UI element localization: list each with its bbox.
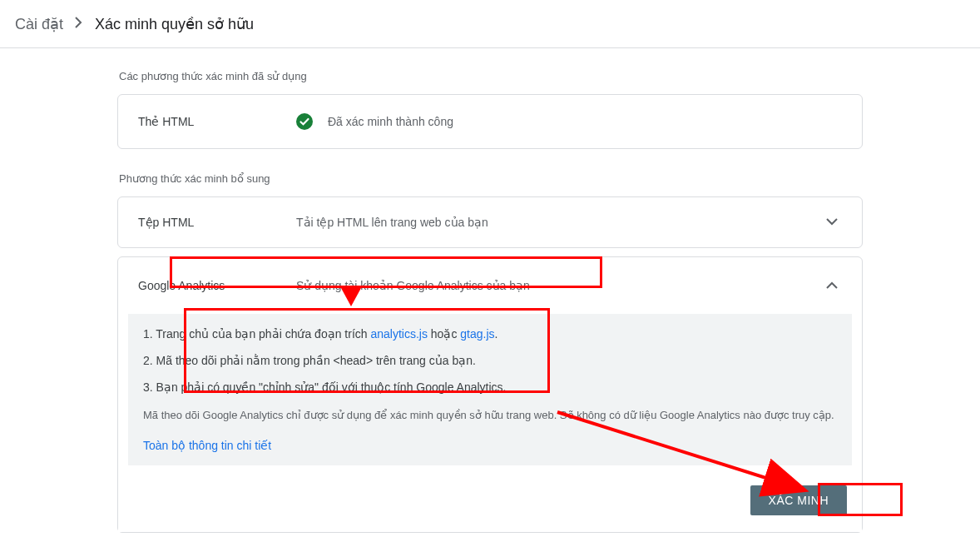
html-tag-name: Thẻ HTML [138,115,296,128]
chevron-up-icon[interactable] [822,276,842,296]
check-circle-icon [296,113,313,130]
ga-step-2: 2. Mã theo dõi phải nằm trong phần <head… [143,354,837,367]
main-container: Các phương thức xác minh đã sử dụng Thẻ … [117,65,863,537]
html-tag-card: Thẻ HTML Đã xác minh thành công [117,94,863,149]
chevron-down-icon[interactable] [822,212,842,232]
ga-step-3: 3. Bạn phải có quyền "chỉnh sửa" đối với… [143,380,837,394]
ga-step-1: 1. Trang chủ của bạn phải chứa đoạn tríc… [143,327,837,341]
chevron-right-icon [75,17,83,32]
gtag-js-link[interactable]: gtag.js [460,327,494,341]
ga-header-row[interactable]: Google Analytics Sử dụng tài khoản Googl… [118,257,862,314]
html-tag-status: Đã xác minh thành công [328,115,453,128]
html-file-name: Tệp HTML [138,216,296,229]
top-bar: Cài đặt Xác minh quyền sở hữu [0,0,980,48]
used-methods-label: Các phương thức xác minh đã sử dụng [119,70,861,82]
verify-button[interactable]: XÁC MINH [750,485,847,515]
analytics-js-link[interactable]: analytics.js [370,327,427,341]
svg-point-0 [296,113,313,130]
html-file-desc: Tải tệp HTML lên trang web của bạn [296,216,822,229]
ga-name: Google Analytics [138,279,296,292]
html-file-card[interactable]: Tệp HTML Tải tệp HTML lên trang web của … [117,196,863,248]
ga-body: 1. Trang chủ của bạn phải chứa đoạn tríc… [128,314,852,465]
breadcrumb-settings[interactable]: Cài đặt [15,15,63,33]
ga-desc: Sử dụng tài khoản Google Analytics của b… [296,279,822,292]
page-title: Xác minh quyền sở hữu [95,15,254,33]
ga-details-link[interactable]: Toàn bộ thông tin chi tiết [143,439,271,452]
additional-methods-label: Phương thức xác minh bổ sung [119,172,861,185]
ga-note: Mã theo dõi Google Analytics chỉ được sử… [143,407,837,424]
google-analytics-card: Google Analytics Sử dụng tài khoản Googl… [117,256,863,533]
